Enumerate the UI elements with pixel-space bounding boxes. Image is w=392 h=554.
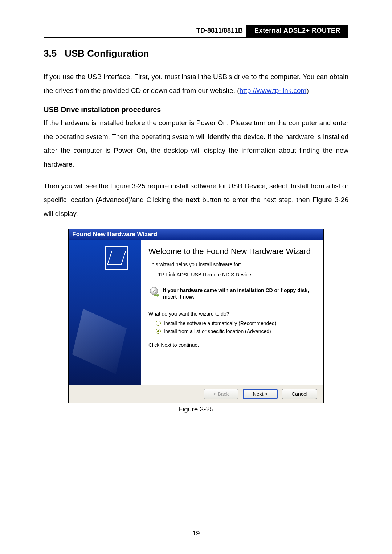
wizard-side-graphic <box>69 240 141 385</box>
wizard-titlebar: Found New Hardware Wizard <box>69 229 323 240</box>
wizard-heading: Welcome to the Found New Hardware Wizard <box>148 246 315 257</box>
radio-off-icon <box>156 321 161 326</box>
next-button[interactable]: Next > <box>243 389 278 399</box>
para3-bold: next <box>185 196 200 204</box>
back-button: < Back <box>204 389 238 399</box>
paragraph-3: Then you will see the Figure 3-25 requir… <box>44 179 348 221</box>
wizard-question: What do you want the wizard to do? <box>148 311 315 317</box>
device-icon <box>105 246 128 270</box>
wizard-helps-text: This wizard helps you install software f… <box>148 262 315 267</box>
insert-cd-text: If your hardware came with an installati… <box>163 287 315 300</box>
header-model: TD-8811/8811B <box>193 25 246 37</box>
para1-text-b: ) <box>306 87 309 94</box>
sub-heading: USB Drive installation procedures <box>44 106 348 114</box>
radio-auto-label: Install the software automatically (Reco… <box>164 320 276 326</box>
paragraph-1: If you use the USB interface, First, you… <box>44 70 348 98</box>
section-number: 3.5 <box>44 48 57 59</box>
wizard-device-name: TP-Link ADSL USB Remote NDIS Device <box>158 272 315 278</box>
radio-list[interactable]: Install from a list or specific location… <box>156 328 315 334</box>
doc-header: TD-8811/8811B External ADSL2+ ROUTER <box>44 25 348 38</box>
section-title: USB Configuration <box>65 48 149 59</box>
radio-auto[interactable]: Install the software automatically (Reco… <box>156 320 315 326</box>
radio-list-label: Install from a list or specific location… <box>164 328 271 334</box>
website-link[interactable]: http://www.tp-link.com <box>240 87 307 94</box>
cd-icon <box>148 287 159 298</box>
side-shape <box>72 309 127 374</box>
hardware-wizard-dialog: Found New Hardware Wizard Welcome to the… <box>68 229 324 403</box>
insert-cd-row: If your hardware came with an installati… <box>148 287 315 300</box>
section-heading: 3.5USB Configuration <box>44 48 348 59</box>
page-number: 19 <box>0 529 392 537</box>
wizard-continue-text: Click Next to continue. <box>148 342 315 348</box>
radio-on-icon <box>156 329 161 334</box>
header-tag: External ADSL2+ ROUTER <box>246 25 348 37</box>
figure-caption: Figure 3-25 <box>44 405 348 413</box>
wizard-footer: < Back Next > Cancel <box>69 385 323 403</box>
cancel-button[interactable]: Cancel <box>282 389 317 399</box>
paragraph-2: If the hardware is installed before the … <box>44 116 348 171</box>
